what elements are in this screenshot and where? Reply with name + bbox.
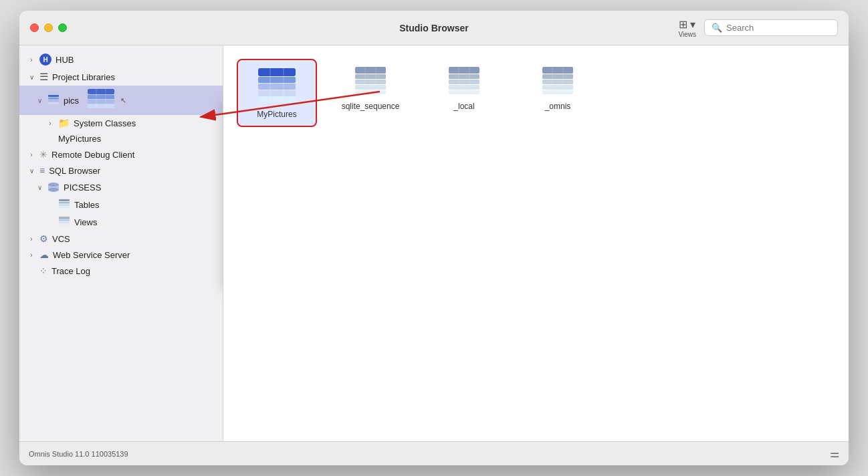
sidebar-item-remote-debug[interactable]: › ✳ Remote Debug Client [19, 146, 223, 162]
main-area: › H HUB ∨ ☰ Project Libraries ∨ [19, 45, 849, 441]
views-tree-icon [58, 216, 70, 228]
project-libraries-icon: ☰ [39, 71, 48, 83]
hub-icon: H [39, 53, 51, 66]
sidebar-item-vcs[interactable]: › ⚙ VCS [19, 231, 223, 247]
chevron-remote-debug: › [27, 151, 35, 158]
sidebar-label-system-classes: System Classes [74, 118, 136, 128]
svg-rect-13 [59, 199, 70, 201]
chevron-project-libraries: ∨ [27, 74, 35, 81]
sidebar-label-views: Views [74, 217, 97, 227]
chevron-pics: ∨ [35, 97, 43, 104]
titlebar: Studio Browser ⊞ ▾ Views 🔍 [19, 11, 849, 45]
tables-icon [58, 199, 70, 211]
window-title: Studio Browser [399, 23, 468, 33]
sidebar-item-sql-browser[interactable]: ∨ ≡ SQL Browser [19, 162, 223, 178]
file-item-mypictures[interactable]: MyPictures [237, 59, 317, 127]
svg-rect-22 [258, 68, 296, 76]
svg-rect-2 [48, 100, 59, 102]
search-box[interactable]: 🔍 [704, 19, 838, 36]
settings-sliders-icon[interactable]: ⚌ [830, 447, 839, 460]
debug-icon: ✳ [39, 149, 47, 160]
sidebar-label-hub: HUB [56, 55, 74, 65]
svg-rect-26 [258, 97, 296, 102]
svg-rect-0 [48, 95, 59, 97]
sidebar-item-web-service-server[interactable]: › ☁ Web Service Server [19, 247, 223, 263]
sidebar-item-mypictures-label[interactable]: MyPictures [19, 131, 223, 146]
file-item-sqlite-sequence[interactable]: sqlite_sequence [330, 59, 411, 127]
trace-icon: ⁘ [39, 265, 47, 276]
chevron-picsess: ∨ [35, 184, 43, 191]
svg-rect-23 [258, 77, 296, 83]
sidebar-label-remote-debug: Remote Debug Client [51, 150, 134, 160]
svg-rect-39 [449, 85, 479, 90]
pics-floating-icon [87, 88, 115, 112]
sqlite-sequence-table-icon [353, 66, 388, 96]
omnis-table-icon [540, 66, 575, 96]
sidebar-item-picsess[interactable]: ∨ PICSESS [19, 178, 223, 196]
svg-rect-16 [59, 207, 70, 209]
local-table-icon [447, 66, 481, 96]
svg-rect-38 [449, 80, 479, 84]
svg-rect-30 [355, 74, 386, 79]
sidebar-item-trace-log[interactable]: ⁘ Trace Log [19, 263, 223, 279]
views-label: Views [679, 31, 697, 38]
sidebar-item-project-libraries[interactable]: ∨ ☰ Project Libraries [19, 68, 223, 86]
svg-rect-29 [355, 67, 386, 74]
svg-rect-43 [542, 67, 573, 74]
chevron-hub: › [27, 56, 35, 64]
maximize-button[interactable] [58, 23, 67, 32]
cloud-icon: ☁ [39, 249, 49, 260]
svg-rect-25 [258, 90, 296, 96]
svg-rect-5 [88, 95, 114, 99]
sidebar-label-picsess: PICSESS [64, 183, 101, 193]
svg-rect-37 [449, 74, 479, 79]
views-icon: ⊞ ▾ [679, 18, 695, 31]
sidebar-item-hub[interactable]: › H HUB [19, 51, 223, 68]
svg-rect-19 [59, 222, 70, 224]
svg-rect-3 [48, 102, 59, 104]
file-item-local[interactable]: _local [424, 59, 504, 127]
cursor-icon: ↖ [120, 96, 126, 105]
svg-rect-32 [355, 85, 386, 90]
mypictures-table-icon [255, 67, 298, 104]
svg-rect-18 [59, 219, 70, 221]
toolbar-right: ⊞ ▾ Views 🔍 [679, 18, 839, 38]
svg-rect-40 [449, 90, 479, 94]
chevron-sql-browser: ∨ [27, 167, 35, 174]
svg-rect-44 [542, 74, 573, 79]
mypictures-label: MyPictures [257, 110, 296, 119]
svg-rect-1 [48, 98, 59, 100]
sqlite-sequence-label: sqlite_sequence [342, 102, 400, 111]
search-input[interactable] [726, 23, 831, 33]
pics-table-icon [47, 94, 60, 106]
sidebar-label-web-service-server: Web Service Server [53, 250, 130, 260]
vcs-icon: ⚙ [39, 233, 48, 244]
local-label: _local [453, 102, 474, 111]
views-button[interactable]: ⊞ ▾ Views [679, 18, 697, 38]
sidebar-label-tables: Tables [74, 200, 100, 210]
close-button[interactable] [30, 23, 39, 32]
sidebar-label-vcs: VCS [52, 234, 70, 244]
sidebar-item-pics[interactable]: ∨ pics ↖ [19, 86, 223, 115]
svg-rect-20 [59, 224, 70, 226]
chevron-system-classes: › [46, 120, 54, 127]
chevron-vcs: › [27, 235, 35, 243]
sidebar-label-mypictures: MyPictures [58, 134, 101, 144]
svg-rect-4 [88, 89, 114, 94]
svg-rect-6 [88, 100, 114, 104]
svg-rect-24 [258, 84, 296, 90]
statusbar: Omnis Studio 11.0 110035139 ⚌ [19, 441, 849, 465]
svg-rect-47 [542, 90, 573, 94]
file-item-omnis[interactable]: _omnis [518, 59, 598, 127]
sidebar-label-project-libraries: Project Libraries [52, 72, 115, 82]
svg-rect-7 [88, 104, 114, 108]
sidebar-label-sql-browser: SQL Browser [49, 166, 100, 176]
picsess-icon [47, 181, 60, 193]
chevron-web-service: › [27, 251, 35, 259]
traffic-lights [30, 23, 67, 32]
sidebar-item-system-classes[interactable]: › 📁 System Classes [19, 115, 223, 131]
sidebar-item-views[interactable]: Views [19, 213, 223, 231]
sidebar-item-tables[interactable]: Tables [19, 196, 223, 213]
svg-rect-45 [542, 80, 573, 84]
minimize-button[interactable] [44, 23, 53, 32]
